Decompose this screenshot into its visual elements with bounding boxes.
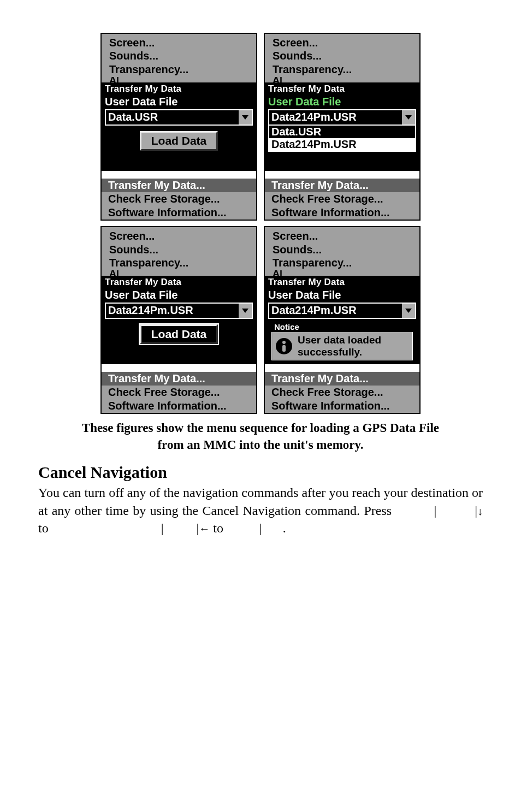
user-data-file-dropdown[interactable]: Data214Pm.USR [105,303,253,319]
menu-item[interactable]: Software Information... [102,399,256,413]
menu-item[interactable]: Check Free Storage... [265,192,419,206]
menu-item[interactable]: Sounds... [273,49,414,62]
bottom-menu: Transfer My Data... Check Free Storage..… [102,372,256,413]
left-arrow-icon: ← [199,521,210,536]
menu-item-selected[interactable]: Transfer My Data... [102,372,256,386]
screenshot-4: Screen... Sounds... Transparency... Al T… [264,226,421,414]
screenshot-1: Screen... Sounds... Transparency... Al T… [100,33,257,221]
dropdown-value: Data214Pm.USR [269,110,401,125]
panel-title: Transfer My Data [102,82,256,96]
info-icon [275,337,293,355]
menu-item[interactable]: Sounds... [273,243,414,256]
menu-item-cut: Al [273,270,414,276]
menu-item[interactable]: Transparency... [109,63,251,76]
menu-item[interactable]: Check Free Storage... [102,192,256,206]
menu-item[interactable]: Transparency... [273,256,414,269]
dropdown-option-selected[interactable]: Data214Pm.USR [269,138,415,151]
panel-title: Transfer My Data [265,276,419,289]
user-data-file-label: User Data File [105,96,253,109]
menu-item-cut: Al [273,77,414,82]
dropdown-value: Data214Pm.USR [106,304,238,318]
down-arrow-icon: ↓ [477,504,483,519]
svg-marker-0 [242,115,248,120]
panel-body: User Data File Data214Pm.USR Data.USR Da… [265,96,419,171]
panel-title: Transfer My Data [102,276,256,289]
menu-item[interactable]: Software Information... [265,399,419,413]
menu-item-cut: Al [109,270,251,276]
menu-item[interactable]: Check Free Storage... [102,386,256,399]
menu-item[interactable]: Screen... [273,36,414,49]
notice-dialog: Notice User data loadedsuccessfully. [270,321,414,361]
menu-item-selected[interactable]: Transfer My Data... [265,372,419,386]
menu-item-selected[interactable]: Transfer My Data... [265,179,419,192]
panel-body: User Data File Data214Pm.USR Notice Use [265,289,419,364]
user-data-file-dropdown[interactable]: Data214Pm.USR [268,109,416,126]
bottom-menu: Transfer My Data... Check Free Storage..… [102,179,256,220]
menu-item[interactable]: Transparency... [273,63,414,76]
bg-menu: Screen... Sounds... Transparency... Al [265,227,419,276]
panel-title: Transfer My Data [265,82,419,96]
panel-body: User Data File Data214Pm.USR Load Data [102,289,256,364]
figure-caption: These figures show the menu sequence for… [38,419,483,453]
dropdown-value: Data.USR [106,110,238,125]
screenshot-3: Screen... Sounds... Transparency... Al T… [100,226,257,414]
load-data-button[interactable]: Load Data [140,131,218,151]
user-data-file-label: User Data File [268,289,416,303]
svg-rect-6 [282,345,286,352]
svg-marker-2 [242,309,248,313]
bg-menu: Screen... Sounds... Transparency... Al [102,34,256,82]
user-data-file-label: User Data File [105,289,253,303]
chevron-down-icon[interactable] [401,304,415,318]
menu-item[interactable]: Software Information... [102,206,256,220]
figure-row-1: Screen... Sounds... Transparency... Al T… [38,33,483,221]
dropdown-option[interactable]: Data.USR [269,126,415,138]
chevron-down-icon[interactable] [401,110,415,125]
screenshot-2: Screen... Sounds... Transparency... Al T… [264,33,421,221]
menu-item[interactable]: Sounds... [109,49,251,62]
panel-body: User Data File Data.USR Load Data [102,96,256,171]
user-data-file-label: User Data File [268,96,416,109]
menu-item-selected[interactable]: Transfer My Data... [102,179,256,192]
menu-item-cut: Al [109,77,251,82]
user-data-file-dropdown[interactable]: Data.USR [105,109,253,126]
bottom-menu: Transfer My Data... Check Free Storage..… [265,179,419,220]
dropdown-list[interactable]: Data.USR Data214Pm.USR [268,125,416,152]
svg-marker-1 [405,115,412,120]
menu-item[interactable]: Sounds... [109,243,251,256]
bg-menu: Screen... Sounds... Transparency... Al [102,227,256,276]
menu-item[interactable]: Screen... [273,229,414,242]
load-data-button[interactable]: Load Data [140,324,218,344]
menu-item[interactable]: Screen... [109,36,251,49]
menu-item[interactable]: Check Free Storage... [265,386,419,399]
user-data-file-dropdown[interactable]: Data214Pm.USR [268,303,416,319]
chevron-down-icon[interactable] [238,304,252,318]
notice-body: User data loadedsuccessfully. [271,332,413,360]
menu-item[interactable]: Screen... [109,229,251,242]
menu-item[interactable]: Transparency... [109,256,251,269]
body-paragraph: You can turn off any of the navigation c… [38,484,483,537]
figure-row-2: Screen... Sounds... Transparency... Al T… [38,226,483,414]
bottom-menu: Transfer My Data... Check Free Storage..… [265,372,419,413]
notice-title: Notice [271,322,413,332]
notice-text: User data loadedsuccessfully. [298,334,381,358]
dropdown-value: Data214Pm.USR [269,304,401,318]
bg-menu: Screen... Sounds... Transparency... Al [265,34,419,82]
chevron-down-icon[interactable] [238,110,252,125]
svg-marker-3 [405,309,412,313]
svg-point-5 [282,341,286,344]
section-heading: Cancel Navigation [38,463,483,482]
menu-item[interactable]: Software Information... [265,206,419,220]
